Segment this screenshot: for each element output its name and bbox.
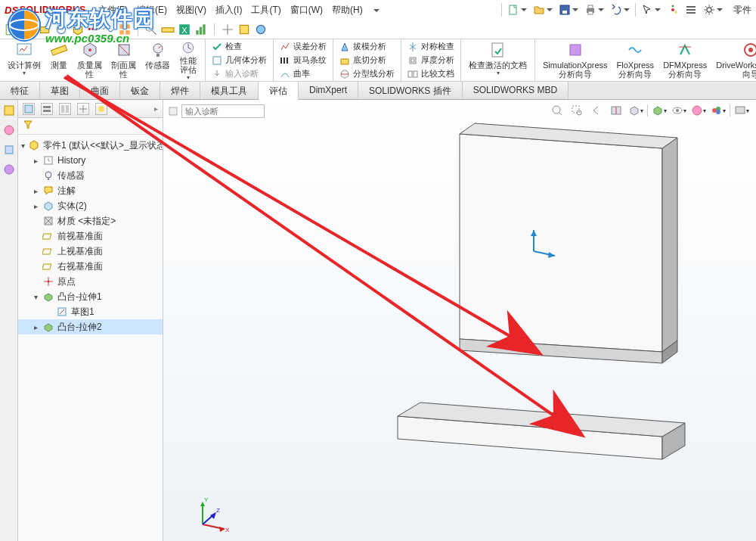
svg-rect-17: [125, 24, 130, 29]
tab-weldments[interactable]: 焊件: [160, 82, 200, 99]
new-button[interactable]: [504, 2, 530, 18]
tab-evaluate[interactable]: 评估: [259, 82, 299, 100]
section-props-button[interactable]: 剖面属 性: [107, 39, 141, 81]
taskpane-view-palette-icon[interactable]: [3, 144, 15, 156]
import-diagnostics-button[interactable]: 输入诊断: [209, 67, 270, 81]
menu-bar: DS SOLIDWORKS 文件(F) 编辑(E) 视图(V) 插入(I) 工具…: [0, 0, 756, 20]
tree-root[interactable]: ▾ 零件1 (默认<<默认>_显示状态: [18, 138, 163, 153]
draft-analysis-button[interactable]: 拔模分析: [336, 40, 398, 54]
parting-line-analysis-button[interactable]: 分型线分析: [336, 67, 398, 81]
menu-edit[interactable]: 编辑(E): [132, 4, 172, 17]
menu-view[interactable]: 视图(V): [172, 4, 211, 17]
tb-grid-icon[interactable]: [118, 23, 132, 36]
settings-button[interactable]: [700, 2, 726, 18]
tree-node-label: 凸台-拉伸1: [57, 291, 102, 303]
menu-tools[interactable]: 工具(T): [246, 4, 285, 17]
compare-docs-button[interactable]: 比较文档: [404, 67, 457, 81]
fm-tab-dimxpert-manager-icon[interactable]: [77, 103, 89, 115]
save-button[interactable]: [556, 2, 581, 18]
tree-node[interactable]: ▸凸台-拉伸2: [18, 319, 163, 334]
mass-props-button[interactable]: 质量属 性: [73, 39, 107, 81]
taskpane-file-explorer-icon[interactable]: [3, 124, 15, 136]
driveworksxpress-button[interactable]: DriveWorksXpress 向导: [711, 39, 756, 81]
sensor-button[interactable]: 传感器: [141, 39, 175, 81]
curvature-button[interactable]: 曲率: [277, 67, 330, 81]
view-orientation-triad[interactable]: Y X Z: [194, 496, 231, 533]
tab-moldtools[interactable]: 模具工具: [200, 82, 259, 99]
floxpress-button[interactable]: FloXpress 分析向导: [612, 39, 659, 81]
tb-excel-icon[interactable]: X: [178, 23, 191, 36]
thickness-analysis-button[interactable]: 厚度分析: [404, 54, 457, 67]
svg-rect-41: [341, 59, 349, 64]
undercut-analysis-button[interactable]: 底切分析: [336, 54, 398, 67]
tb-wave-icon[interactable]: [101, 23, 115, 36]
measure-button[interactable]: 测量: [45, 39, 73, 81]
select-button[interactable]: [638, 2, 664, 18]
taskpane-design-library-icon[interactable]: [3, 104, 15, 117]
dfmxpress-button[interactable]: DFMXpress 分析向导: [658, 39, 711, 81]
svg-rect-0: [510, 5, 516, 14]
tb-line-icon[interactable]: [21, 23, 35, 36]
symmetry-check-button[interactable]: 对称检查: [404, 40, 457, 54]
fm-expand-icon[interactable]: ▸: [154, 104, 158, 113]
menu-dropdown-icon[interactable]: [367, 5, 384, 15]
tree-node[interactable]: ▸注解: [18, 183, 163, 198]
menu-file[interactable]: 文件(F): [94, 4, 132, 17]
perf-eval-button[interactable]: 性能 评估▾: [175, 39, 202, 81]
tb-tool1-icon[interactable]: [221, 23, 234, 36]
deviation-analysis-button[interactable]: 误差分析: [277, 40, 330, 54]
tb-measure-icon[interactable]: [161, 23, 175, 36]
undo-button[interactable]: [607, 2, 633, 18]
tree-node[interactable]: 传感器: [18, 168, 163, 183]
options-button[interactable]: [682, 2, 700, 18]
geometry-analysis-button[interactable]: 几何体分析: [209, 54, 270, 67]
check-active-doc-button[interactable]: 检查激活的文档▾: [464, 39, 531, 81]
fm-tab-display-manager-icon[interactable]: [95, 103, 107, 115]
tree-node[interactable]: 前视基准面: [18, 229, 163, 244]
feature-tree: ▾ 零件1 (默认<<默认>_显示状态 ▸History传感器▸注解▸实体(2)…: [18, 135, 163, 541]
graphics-viewport[interactable]: ▾ ▾ ▾ ▾ ▾ ▾: [163, 100, 756, 541]
tree-node[interactable]: 草图1: [18, 304, 163, 319]
tb-dot-icon[interactable]: •••: [88, 23, 98, 35]
ribbon: 设计算例▾ 测量 质量属 性 剖面属 性 传感器 性能 评估▾ 检查 几何体分析…: [0, 39, 756, 82]
tab-surfaces[interactable]: 曲面: [80, 82, 120, 99]
tb-tool2-icon[interactable]: [237, 23, 251, 36]
tab-features[interactable]: 特征: [0, 82, 40, 99]
tree-node[interactable]: 右视基准面: [18, 259, 163, 274]
tb-sketch-icon[interactable]: [5, 23, 18, 36]
tab-dimxpert[interactable]: DimXpert: [299, 82, 358, 99]
tab-addins[interactable]: SOLIDWORKS 插件: [358, 82, 463, 99]
tb-zoom-icon[interactable]: [144, 23, 158, 36]
tree-node[interactable]: 原点: [18, 274, 163, 289]
open-button[interactable]: [530, 2, 556, 18]
check-button[interactable]: 检查: [209, 40, 270, 54]
menu-insert[interactable]: 插入(I): [211, 4, 246, 17]
tree-node[interactable]: 材质 <未指定>: [18, 213, 163, 229]
tree-node[interactable]: ▾凸台-拉伸1: [18, 289, 163, 304]
fm-tab-config-manager-icon[interactable]: [59, 103, 71, 115]
print-button[interactable]: [581, 2, 607, 18]
zebra-stripes-button[interactable]: 斑马条纹: [277, 54, 330, 67]
design-study-button[interactable]: 设计算例▾: [3, 39, 45, 81]
tab-sketch[interactable]: 草图: [40, 82, 80, 99]
tree-node[interactable]: ▸History: [18, 153, 163, 168]
tb-rect-icon[interactable]: [38, 23, 51, 36]
rebuild-button[interactable]: [664, 2, 682, 18]
ribbon-group-1: 设计算例▾ 测量 质量属 性 剖面属 性 传感器 性能 评估▾: [0, 39, 206, 81]
taskpane-appearances-icon[interactable]: [3, 163, 15, 176]
tab-mbd[interactable]: SOLIDWORKS MBD: [463, 82, 569, 99]
fm-tab-property-manager-icon[interactable]: [41, 103, 53, 115]
simulationxpress-button[interactable]: SimulationXpress 分析向导: [538, 39, 612, 81]
menu-help[interactable]: 帮助(H): [327, 4, 367, 17]
tree-node[interactable]: ▸实体(2): [18, 198, 163, 213]
tb-chart-icon[interactable]: [194, 23, 208, 36]
svg-rect-19: [125, 30, 130, 35]
menu-window[interactable]: 窗口(W): [286, 4, 327, 17]
fm-tab-feature-tree-icon[interactable]: [23, 103, 35, 115]
tb-part-icon[interactable]: [71, 23, 85, 36]
tb-tool3-icon[interactable]: [254, 23, 268, 36]
filter-funnel-icon[interactable]: [23, 120, 33, 132]
tab-sheetmetal[interactable]: 钣金: [120, 82, 160, 99]
tree-node[interactable]: 上视基准面: [18, 244, 163, 259]
tb-circle-icon[interactable]: [54, 23, 68, 36]
